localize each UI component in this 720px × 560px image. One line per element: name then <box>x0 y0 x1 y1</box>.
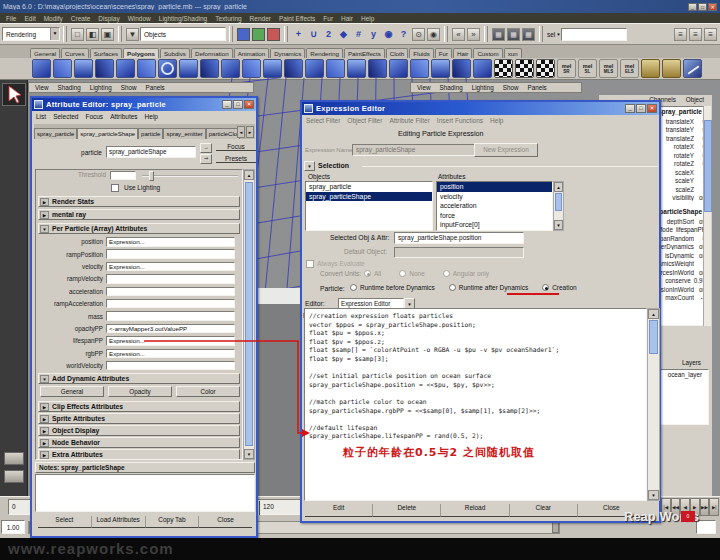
new-expression-button[interactable]: New Expression <box>474 143 538 157</box>
default-object-field[interactable] <box>394 247 524 258</box>
expression-editor-title-bar[interactable]: Expression Editor _ □ ✕ <box>302 102 659 115</box>
add-attribute-button[interactable]: Opacity <box>108 386 172 397</box>
collapse-arrow-icon[interactable]: ▼ <box>304 161 315 171</box>
checker-flag-1-icon[interactable] <box>494 59 513 78</box>
threshold-slider[interactable] <box>142 175 238 177</box>
paint-brush-icon[interactable] <box>683 59 702 78</box>
input-connections-icon[interactable]: « <box>452 28 465 41</box>
attribute-field[interactable]: Expression... <box>106 349 235 359</box>
panel-menu-item[interactable]: Shading <box>58 84 81 91</box>
collapse-arrow-icon[interactable]: ▼ <box>40 225 49 233</box>
menu-item[interactable]: Display <box>98 15 119 22</box>
checker-flag-2-icon[interactable] <box>515 59 534 78</box>
mel-mls-icon[interactable]: MLS <box>599 59 618 78</box>
attribute-field[interactable] <box>106 249 235 259</box>
shelf-tab[interactable]: Hair <box>453 48 472 58</box>
attribute-field[interactable] <box>106 361 235 371</box>
radio-icon[interactable] <box>399 270 406 277</box>
attributes-list-item[interactable]: inputForce[0] <box>437 220 552 230</box>
expand-arrow-icon[interactable]: ▶ <box>40 403 49 411</box>
attributes-list-item[interactable]: acceleration <box>437 201 552 211</box>
node-tab[interactable]: spray_particleShape <box>77 128 138 139</box>
layout-shortcut-1[interactable] <box>4 452 24 465</box>
scrollbar-thumb[interactable] <box>555 193 562 211</box>
duplicate-face-tool-icon[interactable] <box>410 59 429 78</box>
minimize-icon[interactable]: _ <box>625 104 635 113</box>
menuset-dropdown[interactable]: Rendering ▼ <box>2 27 60 41</box>
poly-torus-icon[interactable] <box>137 59 156 78</box>
combine-tool-icon[interactable] <box>305 59 324 78</box>
layout-shortcut-2[interactable] <box>4 470 24 483</box>
shelf-tab[interactable]: Deformation <box>191 48 233 58</box>
dialog-button[interactable]: Reload <box>440 504 508 517</box>
poly-plane-icon[interactable] <box>116 59 135 78</box>
dialog-button[interactable]: Edit <box>305 504 372 517</box>
scroll-up-icon[interactable]: ▲ <box>648 309 659 319</box>
attribute-scrollbar[interactable]: ▲ ▼ <box>243 169 255 460</box>
section-header[interactable]: ▶ Render Stats <box>38 196 240 207</box>
shelf-tab[interactable]: Animation <box>234 48 270 58</box>
particle-name-field[interactable]: spray_particleShape <box>106 146 196 158</box>
notes-header[interactable]: Notes: spray_particleShape <box>35 462 255 473</box>
menu-item[interactable]: Focus <box>85 113 103 120</box>
chevron-down-icon[interactable]: ▼ <box>50 28 59 40</box>
node-tab[interactable]: spray_emitter <box>163 128 205 139</box>
always-evaluate-checkbox[interactable] <box>306 260 314 268</box>
shelf-tab[interactable]: Cloth <box>386 48 408 58</box>
divider[interactable] <box>284 26 288 42</box>
objects-list-item[interactable]: spray_particleShape <box>306 192 432 202</box>
select-hierarchy-icon[interactable] <box>237 28 250 41</box>
shelf-tab[interactable]: Curves <box>61 48 89 58</box>
script-2-icon[interactable] <box>662 59 681 78</box>
attribute-field[interactable]: Expression... <box>106 262 235 272</box>
panel-menu-item[interactable]: Panels <box>527 84 546 91</box>
particle-mode-option[interactable]: Creation <box>542 284 577 291</box>
attribute-field[interactable] <box>106 287 235 297</box>
focus-button[interactable]: Focus <box>216 143 256 151</box>
section-header[interactable]: ▶ Extra Attributes <box>38 449 240 460</box>
dialog-button[interactable]: Select <box>38 516 91 528</box>
scrollbar-thumb[interactable] <box>704 120 712 212</box>
node-tab[interactable]: particle <box>138 128 163 139</box>
quick-help-icon[interactable]: ? <box>397 28 410 41</box>
shelf-tab[interactable]: PaintEffects <box>344 48 385 58</box>
mirror-tool-icon[interactable] <box>284 59 303 78</box>
dialog-button[interactable]: Clear <box>509 504 577 517</box>
radio-icon[interactable] <box>542 284 549 291</box>
menu-item[interactable]: Create <box>71 15 91 22</box>
channel-box-menu-item[interactable]: Object <box>686 96 704 105</box>
snap-grid-icon[interactable]: + <box>292 28 305 41</box>
expand-arrow-icon[interactable]: ▶ <box>40 415 49 423</box>
maximize-icon[interactable]: □ <box>233 100 243 109</box>
scroll-up-icon[interactable]: ▲ <box>554 182 563 192</box>
tab-scroll-right-icon[interactable]: ► <box>246 126 254 138</box>
scroll-down-icon[interactable]: ▼ <box>554 220 563 230</box>
collapse-arrow-icon[interactable]: ▼ <box>40 375 49 383</box>
copy-node-icon[interactable]: ⇒ <box>200 154 212 164</box>
attributes-list-item[interactable]: velocity <box>437 192 552 202</box>
scrollbar-thumb[interactable] <box>649 320 658 354</box>
attribute-field[interactable] <box>106 311 235 321</box>
menu-item[interactable]: Render <box>250 15 271 22</box>
new-scene-icon[interactable]: □ <box>71 28 84 41</box>
menu-item[interactable]: Fur <box>323 15 333 22</box>
menu-item[interactable]: Insert Functions <box>437 117 483 124</box>
menu-item[interactable]: File <box>6 15 16 22</box>
checker-flag-3-icon[interactable] <box>536 59 555 78</box>
dialog-button[interactable]: Load Attributes <box>91 516 145 528</box>
shelf-tab[interactable]: Custom <box>473 48 502 58</box>
expression-code-area[interactable]: //creation expression floats particlesve… <box>304 308 647 501</box>
shelf-tab[interactable]: General <box>30 48 60 58</box>
divider[interactable] <box>63 26 67 42</box>
render-current-frame-icon[interactable]: ▦ <box>522 28 535 41</box>
add-attribute-button[interactable]: General <box>40 386 104 397</box>
selection-mask-icon[interactable]: ▼ <box>126 28 139 41</box>
quick-select-input[interactable] <box>561 28 627 41</box>
ipr-render-icon[interactable]: ▦ <box>507 28 520 41</box>
node-tab[interactable]: spray_particle <box>34 128 77 139</box>
maximize-icon[interactable]: □ <box>636 104 646 113</box>
shelf-tab[interactable]: Polygons <box>123 48 159 58</box>
close-icon[interactable]: ✕ <box>647 104 657 113</box>
divider[interactable] <box>539 26 543 42</box>
divider[interactable] <box>229 26 233 42</box>
